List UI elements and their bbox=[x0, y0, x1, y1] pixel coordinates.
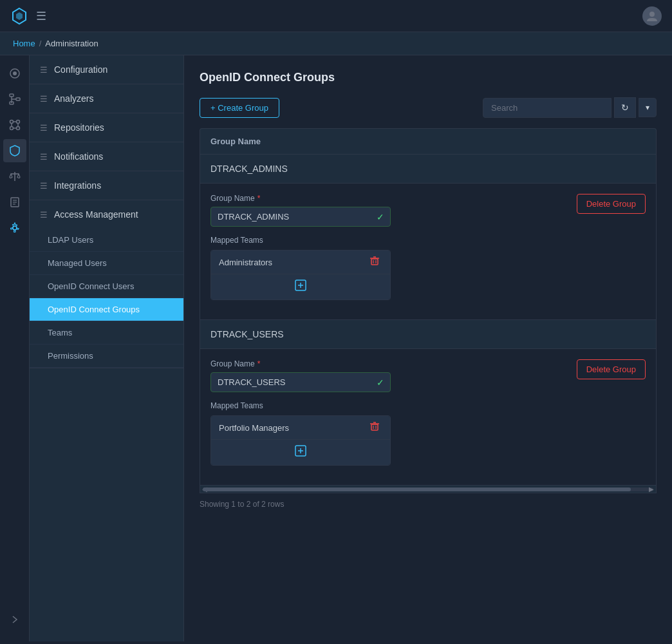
group-name-input-1[interactable] bbox=[210, 207, 391, 227]
sidebar-item-configuration[interactable]: ☰ Configuration bbox=[30, 55, 183, 84]
menu-icon-analyzers: ☰ bbox=[40, 94, 48, 104]
sidebar-item-permissions[interactable]: Permissions bbox=[30, 345, 183, 368]
sidebar-section-notifications: ☰ Notifications bbox=[30, 142, 183, 171]
search-input[interactable] bbox=[483, 98, 611, 118]
breadcrumb-separator: / bbox=[39, 39, 42, 48]
menu-icon-configuration: ☰ bbox=[40, 65, 48, 75]
svg-rect-5 bbox=[10, 94, 14, 97]
sidebar-icon-hierarchy[interactable] bbox=[3, 88, 26, 111]
sidebar-item-openid-connect-groups[interactable]: OpenID Connect Groups bbox=[30, 298, 183, 321]
scrollbar-thumb bbox=[203, 488, 631, 491]
toolbar-right: ↻ ▾ bbox=[483, 97, 657, 118]
group-name-label-2: Group Name * bbox=[210, 359, 577, 368]
delete-team-button-administrators[interactable] bbox=[367, 256, 382, 269]
hamburger-menu-icon[interactable]: ☰ bbox=[36, 9, 46, 23]
delete-team-button-portfolio[interactable] bbox=[367, 421, 382, 434]
menu-icon-integrations: ☰ bbox=[40, 181, 48, 191]
mapped-teams-table-1: Administrators bbox=[210, 250, 391, 300]
field-check-2: ✓ bbox=[377, 377, 384, 388]
add-team-row-2 bbox=[211, 440, 390, 465]
sidebar-label-notifications: Notifications bbox=[54, 151, 103, 162]
dropdown-button[interactable]: ▾ bbox=[639, 98, 657, 117]
table-column-header: Group Name bbox=[200, 128, 657, 154]
menu-icon-notifications: ☰ bbox=[40, 152, 48, 162]
group-card-header-2: DTRACK_USERS bbox=[200, 320, 656, 349]
user-avatar[interactable] bbox=[642, 6, 662, 26]
groups-table: Group Name DTRACK_ADMINS Group Name * bbox=[200, 128, 657, 509]
sidebar-icon-integrations[interactable] bbox=[3, 113, 26, 137]
sidebar-item-teams[interactable]: Teams bbox=[30, 321, 183, 345]
sidebar-item-repositories[interactable]: ☰ Repositories bbox=[30, 113, 183, 142]
group-field-row-2: Group Name * ✓ Mapped Teams bbox=[210, 359, 646, 466]
breadcrumb-home-link[interactable]: Home bbox=[13, 39, 35, 48]
add-team-row-1 bbox=[211, 274, 390, 299]
field-check-1: ✓ bbox=[377, 212, 384, 222]
scrollbar-track bbox=[203, 488, 653, 491]
sidebar-icon-dashboard[interactable] bbox=[3, 62, 26, 85]
group-name-field-section-1: Group Name * ✓ Mapped Teams bbox=[210, 194, 577, 300]
menu-icon-access-management: ☰ bbox=[40, 210, 48, 220]
horizontal-scrollbar[interactable]: ◀ ▶ bbox=[200, 486, 657, 493]
sidebar-section-configuration: ☰ Configuration bbox=[30, 55, 183, 84]
sidebar-icon-gear[interactable] bbox=[3, 216, 26, 240]
sidebar-item-analyzers[interactable]: ☰ Analyzers bbox=[30, 84, 183, 113]
sidebar-section-analyzers: ☰ Analyzers bbox=[30, 84, 183, 113]
main-content: OpenID Connect Groups + Create Group ↻ ▾… bbox=[184, 55, 672, 641]
mapped-teams-label-2: Mapped Teams bbox=[210, 401, 577, 410]
sidebar-item-notifications[interactable]: ☰ Notifications bbox=[30, 142, 183, 171]
sidebar-label-analyzers: Analyzers bbox=[54, 93, 93, 104]
svg-rect-6 bbox=[16, 98, 20, 100]
group-name-label-1: Group Name * bbox=[210, 194, 577, 203]
sidebar-item-access-management[interactable]: ☰ Access Management bbox=[30, 200, 183, 229]
svg-point-12 bbox=[10, 127, 13, 130]
scrollbar-right-arrow[interactable]: ▶ bbox=[647, 486, 656, 493]
sidebar-icon-scale[interactable] bbox=[3, 165, 26, 188]
group-name-input-wrapper-1: ✓ bbox=[210, 207, 391, 227]
refresh-button[interactable]: ↻ bbox=[614, 97, 636, 118]
group-field-row-1: Group Name * ✓ Mapped Teams bbox=[210, 194, 646, 300]
menu-icon-repositories: ☰ bbox=[40, 123, 48, 133]
add-team-button-2[interactable] bbox=[292, 445, 309, 460]
mapped-teams-table-2: Portfolio Managers bbox=[210, 415, 391, 466]
delete-group-button-1[interactable]: Delete Group bbox=[577, 194, 646, 214]
sidebar-item-managed-users[interactable]: Managed Users bbox=[30, 252, 183, 275]
group-card-body-1: Group Name * ✓ Mapped Teams bbox=[200, 184, 656, 319]
sidebar-label-repositories: Repositories bbox=[54, 122, 104, 133]
group-card-dtrack-users: DTRACK_USERS Group Name * ✓ bbox=[200, 320, 657, 486]
svg-rect-25 bbox=[371, 259, 378, 265]
sidebar-item-integrations[interactable]: ☰ Integrations bbox=[30, 171, 183, 200]
mapped-team-name-administrators: Administrators bbox=[219, 258, 272, 267]
sidebar-icon-document[interactable] bbox=[3, 191, 26, 214]
top-navbar: ☰ bbox=[0, 0, 672, 32]
page-title: OpenID Connect Groups bbox=[200, 71, 657, 84]
sidebar-label-access-management: Access Management bbox=[54, 209, 138, 220]
sidebar-item-ldap-users[interactable]: LDAP Users bbox=[30, 229, 183, 252]
sidebar-section-repositories: ☰ Repositories bbox=[30, 113, 183, 142]
svg-rect-32 bbox=[371, 424, 378, 430]
sidebar-icon-shield[interactable] bbox=[3, 139, 26, 162]
showing-rows-text: Showing 1 to 2 of 2 rows bbox=[200, 500, 284, 509]
svg-marker-1 bbox=[16, 12, 23, 20]
svg-point-4 bbox=[13, 71, 17, 75]
create-group-button[interactable]: + Create Group bbox=[200, 98, 279, 118]
mapped-teams-label-1: Mapped Teams bbox=[210, 236, 577, 245]
group-name-input-2[interactable] bbox=[210, 372, 391, 392]
left-sidebar: ☰ Configuration ☰ Analyzers ☰ Repositori… bbox=[30, 55, 184, 641]
svg-point-10 bbox=[10, 120, 13, 124]
mapped-team-row-administrators: Administrators bbox=[211, 251, 390, 274]
toolbar: + Create Group ↻ ▾ bbox=[200, 97, 657, 118]
delete-group-button-2[interactable]: Delete Group bbox=[577, 359, 646, 379]
group-card-dtrack-admins: DTRACK_ADMINS Group Name * ✓ bbox=[200, 154, 657, 320]
group-card-header-1: DTRACK_ADMINS bbox=[200, 155, 656, 184]
sidebar-icon-expand[interactable] bbox=[3, 608, 26, 631]
group-card-body-2: Group Name * ✓ Mapped Teams bbox=[200, 349, 656, 485]
add-team-button-1[interactable] bbox=[292, 279, 309, 294]
required-star-1: * bbox=[257, 194, 261, 203]
breadcrumb-current: Administration bbox=[45, 39, 98, 48]
svg-point-13 bbox=[16, 127, 19, 130]
mapped-team-name-portfolio: Portfolio Managers bbox=[219, 423, 289, 433]
sidebar-label-integrations: Integrations bbox=[54, 180, 101, 191]
table-footer: Showing 1 to 2 of 2 rows bbox=[200, 493, 657, 509]
mapped-team-row-portfolio: Portfolio Managers bbox=[211, 416, 390, 440]
sidebar-item-openid-connect-users[interactable]: OpenID Connect Users bbox=[30, 275, 183, 298]
